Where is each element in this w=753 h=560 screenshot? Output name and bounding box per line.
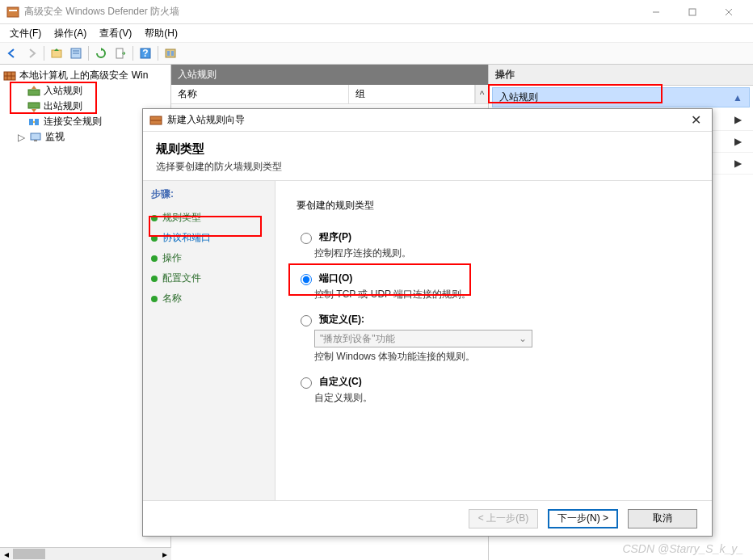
actions-header: 操作 xyxy=(489,65,753,86)
wizard-steps-pane: 步骤: 规则类型 协议和端口 操作 配置文件 名称 xyxy=(143,181,276,500)
action-inbound-label: 入站规则 xyxy=(499,91,538,104)
svg-rect-1 xyxy=(9,10,17,11)
option-program: 程序(P) 控制程序连接的规则。 xyxy=(297,230,691,260)
chevron-right-icon: ▶ xyxy=(734,158,742,169)
tree-root-label: 本地计算机 上的高级安全 Win xyxy=(19,69,148,82)
chevron-down-icon: ⌄ xyxy=(519,333,527,344)
step-dot-icon xyxy=(151,215,158,221)
svg-rect-20 xyxy=(28,90,40,95)
titlebar: 高级安全 Windows Defender 防火墙 xyxy=(0,0,753,24)
wizard-icon xyxy=(149,114,162,127)
svg-rect-25 xyxy=(31,133,40,140)
export-button[interactable] xyxy=(111,44,129,62)
menu-action[interactable]: 操作(A) xyxy=(49,25,91,42)
scroll-up-button[interactable]: ^ xyxy=(475,85,488,103)
svg-text:?: ? xyxy=(142,48,148,59)
step-type[interactable]: 规则类型 xyxy=(151,208,267,228)
step-profile[interactable]: 配置文件 xyxy=(151,268,267,288)
cancel-button[interactable]: 取消 xyxy=(628,509,697,528)
tree-root[interactable]: 本地计算机 上的高级安全 Win xyxy=(2,68,169,83)
forward-button[interactable] xyxy=(23,44,40,62)
wizard-header: 规则类型 选择要创建的防火墙规则类型 xyxy=(143,132,712,181)
filter-button[interactable] xyxy=(162,44,179,62)
wizard-dialog: 新建入站规则向导 ✕ 规则类型 选择要创建的防火墙规则类型 步骤: 规则类型 协… xyxy=(142,108,713,537)
tree-connsec-label: 连接安全规则 xyxy=(44,115,102,128)
svg-rect-10 xyxy=(116,48,123,58)
step-name[interactable]: 名称 xyxy=(151,288,267,309)
toolbar-separator xyxy=(158,46,158,61)
svg-rect-0 xyxy=(7,7,19,17)
up-button[interactable] xyxy=(48,44,65,62)
step-action[interactable]: 操作 xyxy=(151,248,267,268)
step-dot-icon xyxy=(151,235,158,242)
scrollbar-thumb[interactable] xyxy=(13,549,45,559)
wizard-close-button[interactable]: ✕ xyxy=(686,112,705,128)
connsec-icon xyxy=(27,116,40,128)
svg-rect-6 xyxy=(52,50,61,57)
chevron-right-icon: ▶ xyxy=(734,114,742,125)
predefined-combo: "播放到设备"功能 ⌄ xyxy=(314,330,532,347)
back-button: < 上一步(B) xyxy=(469,509,538,528)
next-button[interactable]: 下一步(N) > xyxy=(548,509,618,528)
wizard-titlebar: 新建入站规则向导 ✕ xyxy=(143,109,712,132)
action-inbound-rules[interactable]: 入站规则 ▲ xyxy=(492,87,750,107)
col-name[interactable]: 名称 xyxy=(171,85,349,103)
svg-rect-15 xyxy=(171,51,174,56)
svg-rect-3 xyxy=(689,9,696,15)
radio-port[interactable] xyxy=(301,274,312,285)
back-button[interactable] xyxy=(3,44,21,62)
option-custom-desc: 自定义规则。 xyxy=(314,391,691,405)
close-button[interactable] xyxy=(710,1,747,23)
svg-rect-26 xyxy=(34,140,37,141)
steps-label: 步骤: xyxy=(151,187,267,201)
tree-inbound-label: 入站规则 xyxy=(44,84,82,98)
wizard-title: 新建入站规则向导 xyxy=(167,113,245,127)
step-dot-icon xyxy=(151,296,158,302)
app-icon xyxy=(6,6,19,19)
menubar: 文件(F) 操作(A) 查看(V) 帮助(H) xyxy=(0,24,753,42)
toolbar: ? xyxy=(0,42,753,65)
window-title: 高级安全 Windows Defender 防火墙 xyxy=(24,5,179,19)
option-port: 端口(O) 控制 TCP 或 UDP 端口连接的规则。 xyxy=(297,272,691,301)
wizard-heading: 规则类型 xyxy=(156,141,699,157)
maximize-button[interactable] xyxy=(674,1,710,23)
wizard-buttons: < 上一步(B) 下一步(N) > 取消 xyxy=(143,500,712,536)
step-dot-icon xyxy=(151,255,158,262)
props-button[interactable] xyxy=(67,44,85,62)
option-predefined: 预定义(E): "播放到设备"功能 ⌄ 控制 Windows 体验功能连接的规则… xyxy=(297,313,691,364)
list-header: 名称 组 ^ xyxy=(171,85,488,104)
tree-monitor-label: 监视 xyxy=(45,130,65,144)
tree-inbound[interactable]: 入站规则 xyxy=(2,83,169,99)
watermark: CSDN @Starry_S_k_y_ xyxy=(622,542,743,555)
svg-rect-13 xyxy=(166,49,175,57)
wizard-question: 要创建的规则类型 xyxy=(297,199,691,213)
inbound-icon xyxy=(27,85,40,98)
option-program-desc: 控制程序连接的规则。 xyxy=(314,246,691,260)
minimize-button[interactable] xyxy=(637,1,674,23)
radio-predefined[interactable] xyxy=(301,315,312,326)
svg-rect-23 xyxy=(35,119,39,125)
center-header: 入站规则 xyxy=(171,65,488,85)
menu-view[interactable]: 查看(V) xyxy=(95,25,137,42)
chevron-right-icon: ▶ xyxy=(734,136,742,147)
wizard-content: 要创建的规则类型 程序(P) 控制程序连接的规则。 端口(O) 控制 TCP 或… xyxy=(276,181,712,500)
svg-rect-22 xyxy=(29,119,33,125)
horizontal-scrollbar[interactable]: ◂ ▸ xyxy=(0,547,171,560)
firewall-icon xyxy=(3,69,16,82)
menu-help[interactable]: 帮助(H) xyxy=(140,25,183,42)
svg-rect-21 xyxy=(28,103,40,108)
radio-program[interactable] xyxy=(301,233,312,244)
step-dot-icon xyxy=(151,276,158,282)
menu-file[interactable]: 文件(F) xyxy=(5,25,46,42)
help-button[interactable]: ? xyxy=(137,44,154,62)
refresh-button[interactable] xyxy=(92,44,110,62)
col-group[interactable]: 组 xyxy=(349,85,475,103)
step-protocol[interactable]: 协议和端口 xyxy=(151,228,267,248)
wizard-subheading: 选择要创建的防火墙规则类型 xyxy=(156,160,699,174)
toolbar-separator xyxy=(44,46,44,61)
tree-outbound-label: 出站规则 xyxy=(44,99,82,113)
radio-custom[interactable] xyxy=(301,377,312,389)
svg-rect-14 xyxy=(167,51,170,56)
expand-caret[interactable]: ▷ xyxy=(16,132,26,143)
monitor-icon xyxy=(29,131,42,144)
